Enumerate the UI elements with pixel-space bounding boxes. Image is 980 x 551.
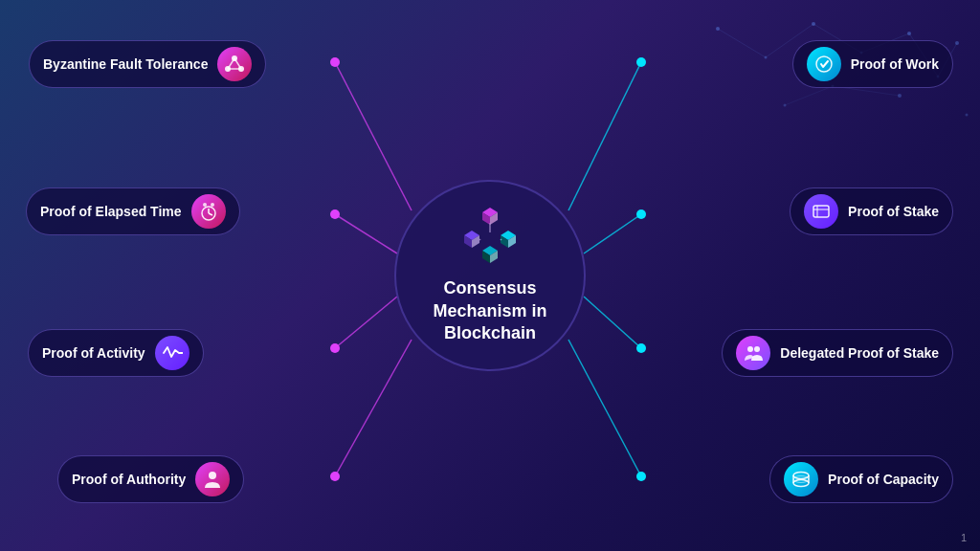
center-title: Consensus Mechanism in Blockchain <box>433 277 546 344</box>
svg-line-31 <box>584 297 641 348</box>
svg-point-22 <box>330 209 340 219</box>
svg-point-30 <box>636 209 646 219</box>
svg-point-26 <box>330 472 340 481</box>
pill-authority: Proof of Authority <box>57 455 244 503</box>
center-title-line1: Consensus <box>433 277 546 299</box>
svg-line-25 <box>335 340 412 476</box>
center-circle: Consensus Mechanism in Blockchain <box>394 180 586 371</box>
svg-line-29 <box>584 214 641 253</box>
svg-point-1 <box>765 56 768 59</box>
svg-point-60 <box>203 203 207 207</box>
pill-capacity-label: Proof of Capacity <box>828 472 939 487</box>
center-title-line2: Mechanism in <box>433 300 546 322</box>
svg-rect-64 <box>813 206 829 217</box>
svg-point-24 <box>330 343 340 353</box>
page-number: 1 <box>961 532 967 543</box>
svg-point-67 <box>747 346 753 352</box>
pill-byzantine: Byzantine Fault Tolerance <box>29 40 266 88</box>
pill-delegated: Delegated Proof of Stake <box>722 329 953 377</box>
svg-point-0 <box>716 27 720 31</box>
pill-delegated-label: Delegated Proof of Stake <box>780 345 939 361</box>
pill-work: Proof of Work <box>792 40 953 88</box>
svg-point-34 <box>636 472 646 481</box>
pill-activity: Proof of Activity <box>28 329 204 377</box>
svg-line-11 <box>718 29 766 57</box>
pill-work-icon <box>807 47 841 81</box>
svg-point-8 <box>784 104 787 107</box>
pill-activity-icon <box>155 336 189 370</box>
pill-elapsed: Proof of Elapsed Time <box>26 187 240 235</box>
pill-elapsed-label: Proof of Elapsed Time <box>40 204 182 219</box>
svg-line-49 <box>501 239 501 240</box>
pill-capacity-icon <box>784 462 818 496</box>
svg-point-20 <box>330 57 340 67</box>
pill-stake: Proof of Stake <box>790 187 953 235</box>
svg-point-68 <box>754 346 760 352</box>
svg-point-10 <box>966 114 969 117</box>
svg-point-61 <box>211 203 214 207</box>
svg-point-28 <box>636 57 646 67</box>
svg-line-33 <box>568 340 641 476</box>
svg-point-6 <box>955 41 959 45</box>
center-title-line3: Blockchain <box>433 322 546 344</box>
svg-line-23 <box>335 297 397 348</box>
pill-byzantine-icon <box>217 47 252 81</box>
pill-delegated-icon <box>736 336 770 370</box>
pill-stake-label: Proof of Stake <box>848 204 939 219</box>
svg-point-32 <box>636 343 646 353</box>
svg-line-48 <box>479 239 480 240</box>
pill-authority-label: Proof of Authority <box>72 472 186 487</box>
pill-activity-label: Proof of Activity <box>42 345 145 361</box>
main-container: Consensus Mechanism in Blockchain Byzant… <box>0 0 980 551</box>
svg-line-18 <box>785 86 833 105</box>
svg-point-63 <box>816 56 832 72</box>
svg-point-9 <box>898 94 902 98</box>
pill-capacity: Proof of Capacity <box>769 455 953 503</box>
svg-line-54 <box>228 58 234 69</box>
pill-elapsed-icon <box>191 194 226 229</box>
pill-byzantine-label: Byzantine Fault Tolerance <box>43 56 208 72</box>
svg-line-59 <box>209 213 212 215</box>
svg-line-19 <box>335 62 412 210</box>
blockchain-icon <box>459 206 522 272</box>
svg-point-2 <box>812 22 815 26</box>
svg-point-4 <box>907 32 911 35</box>
pill-authority-icon <box>195 462 230 496</box>
pill-work-label: Proof of Work <box>851 56 939 72</box>
svg-line-27 <box>568 62 641 210</box>
svg-line-21 <box>335 214 397 253</box>
svg-point-62 <box>209 472 216 479</box>
pill-stake-icon <box>804 194 838 229</box>
svg-line-55 <box>234 58 241 69</box>
